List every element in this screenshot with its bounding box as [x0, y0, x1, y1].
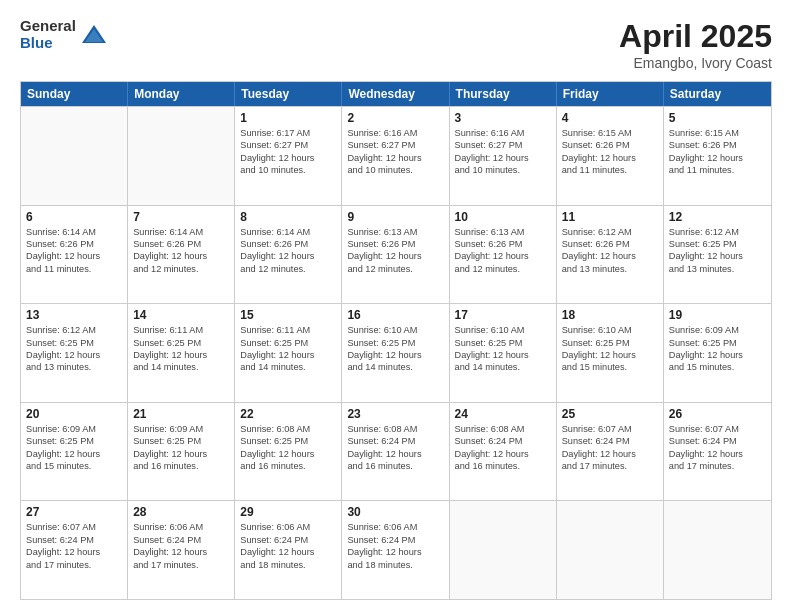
day-number: 27 [26, 505, 122, 519]
cell-line: and 15 minutes. [26, 460, 122, 472]
cal-cell: 22Sunrise: 6:08 AMSunset: 6:25 PMDayligh… [235, 403, 342, 501]
cal-row: 1Sunrise: 6:17 AMSunset: 6:27 PMDaylight… [21, 106, 771, 205]
cell-line: and 17 minutes. [562, 460, 658, 472]
cal-row: 13Sunrise: 6:12 AMSunset: 6:25 PMDayligh… [21, 303, 771, 402]
cell-line: Sunset: 6:24 PM [347, 534, 443, 546]
cell-line: Daylight: 12 hours [562, 349, 658, 361]
cell-line: and 12 minutes. [347, 263, 443, 275]
cal-cell: 27Sunrise: 6:07 AMSunset: 6:24 PMDayligh… [21, 501, 128, 599]
day-number: 4 [562, 111, 658, 125]
day-number: 20 [26, 407, 122, 421]
cell-line: Sunset: 6:24 PM [26, 534, 122, 546]
cal-header-cell: Sunday [21, 82, 128, 106]
cell-line: and 10 minutes. [240, 164, 336, 176]
cell-line: Daylight: 12 hours [240, 250, 336, 262]
cell-line: Sunrise: 6:10 AM [347, 324, 443, 336]
cal-header-cell: Thursday [450, 82, 557, 106]
cal-cell [21, 107, 128, 205]
cell-line: and 16 minutes. [347, 460, 443, 472]
cal-cell: 5Sunrise: 6:15 AMSunset: 6:26 PMDaylight… [664, 107, 771, 205]
cal-cell: 6Sunrise: 6:14 AMSunset: 6:26 PMDaylight… [21, 206, 128, 304]
cell-line: Sunset: 6:26 PM [562, 238, 658, 250]
cell-line: Daylight: 12 hours [455, 152, 551, 164]
cal-cell [664, 501, 771, 599]
cell-line: Sunrise: 6:17 AM [240, 127, 336, 139]
cell-line: Sunset: 6:25 PM [240, 435, 336, 447]
cell-line: Daylight: 12 hours [347, 349, 443, 361]
cell-line: and 13 minutes. [562, 263, 658, 275]
cell-line: and 14 minutes. [455, 361, 551, 373]
cell-line: Daylight: 12 hours [240, 349, 336, 361]
cell-line: Daylight: 12 hours [240, 546, 336, 558]
cell-line: and 11 minutes. [669, 164, 766, 176]
cell-line: Daylight: 12 hours [455, 448, 551, 460]
cell-line: Sunrise: 6:14 AM [240, 226, 336, 238]
subtitle: Emangbo, Ivory Coast [619, 55, 772, 71]
calendar: SundayMondayTuesdayWednesdayThursdayFrid… [20, 81, 772, 600]
header: General Blue April 2025 Emangbo, Ivory C… [20, 18, 772, 71]
cell-line: and 10 minutes. [455, 164, 551, 176]
cal-header-cell: Friday [557, 82, 664, 106]
cell-line: Daylight: 12 hours [26, 250, 122, 262]
cal-cell: 11Sunrise: 6:12 AMSunset: 6:26 PMDayligh… [557, 206, 664, 304]
cal-cell: 25Sunrise: 6:07 AMSunset: 6:24 PMDayligh… [557, 403, 664, 501]
cell-line: and 14 minutes. [240, 361, 336, 373]
cell-line: Sunrise: 6:09 AM [26, 423, 122, 435]
cell-line: Daylight: 12 hours [240, 152, 336, 164]
cal-cell: 2Sunrise: 6:16 AMSunset: 6:27 PMDaylight… [342, 107, 449, 205]
main-title: April 2025 [619, 18, 772, 55]
cell-line: Sunset: 6:27 PM [240, 139, 336, 151]
cal-cell: 30Sunrise: 6:06 AMSunset: 6:24 PMDayligh… [342, 501, 449, 599]
cell-line: and 16 minutes. [240, 460, 336, 472]
cal-cell: 16Sunrise: 6:10 AMSunset: 6:25 PMDayligh… [342, 304, 449, 402]
day-number: 9 [347, 210, 443, 224]
cell-line: Sunrise: 6:14 AM [133, 226, 229, 238]
cal-cell: 4Sunrise: 6:15 AMSunset: 6:26 PMDaylight… [557, 107, 664, 205]
cell-line: Daylight: 12 hours [347, 250, 443, 262]
cell-line: Sunset: 6:24 PM [347, 435, 443, 447]
cell-line: and 15 minutes. [669, 361, 766, 373]
day-number: 3 [455, 111, 551, 125]
cell-line: and 14 minutes. [133, 361, 229, 373]
cell-line: Daylight: 12 hours [26, 448, 122, 460]
day-number: 8 [240, 210, 336, 224]
cell-line: Sunset: 6:25 PM [133, 435, 229, 447]
cell-line: Daylight: 12 hours [455, 250, 551, 262]
cell-line: Daylight: 12 hours [26, 546, 122, 558]
cal-row: 27Sunrise: 6:07 AMSunset: 6:24 PMDayligh… [21, 500, 771, 599]
day-number: 22 [240, 407, 336, 421]
day-number: 24 [455, 407, 551, 421]
cell-line: Daylight: 12 hours [347, 546, 443, 558]
day-number: 1 [240, 111, 336, 125]
cell-line: Sunrise: 6:09 AM [133, 423, 229, 435]
cell-line: Sunset: 6:26 PM [669, 139, 766, 151]
cell-line: Sunrise: 6:11 AM [133, 324, 229, 336]
cell-line: Sunrise: 6:13 AM [455, 226, 551, 238]
cell-line: Sunset: 6:24 PM [240, 534, 336, 546]
cal-cell: 26Sunrise: 6:07 AMSunset: 6:24 PMDayligh… [664, 403, 771, 501]
cell-line: Sunrise: 6:13 AM [347, 226, 443, 238]
cal-row: 20Sunrise: 6:09 AMSunset: 6:25 PMDayligh… [21, 402, 771, 501]
cell-line: Sunset: 6:25 PM [669, 337, 766, 349]
cell-line: Daylight: 12 hours [562, 448, 658, 460]
day-number: 23 [347, 407, 443, 421]
title-block: April 2025 Emangbo, Ivory Coast [619, 18, 772, 71]
cal-header-cell: Tuesday [235, 82, 342, 106]
day-number: 15 [240, 308, 336, 322]
cal-header-cell: Wednesday [342, 82, 449, 106]
day-number: 19 [669, 308, 766, 322]
cell-line: and 13 minutes. [669, 263, 766, 275]
cal-cell: 7Sunrise: 6:14 AMSunset: 6:26 PMDaylight… [128, 206, 235, 304]
cal-cell: 29Sunrise: 6:06 AMSunset: 6:24 PMDayligh… [235, 501, 342, 599]
cal-cell [557, 501, 664, 599]
day-number: 21 [133, 407, 229, 421]
cell-line: Daylight: 12 hours [669, 152, 766, 164]
cell-line: Daylight: 12 hours [562, 152, 658, 164]
cell-line: Daylight: 12 hours [347, 152, 443, 164]
day-number: 16 [347, 308, 443, 322]
cell-line: Daylight: 12 hours [669, 349, 766, 361]
calendar-header: SundayMondayTuesdayWednesdayThursdayFrid… [21, 82, 771, 106]
cell-line: Sunset: 6:26 PM [133, 238, 229, 250]
cell-line: and 17 minutes. [669, 460, 766, 472]
logo-blue: Blue [20, 35, 76, 52]
